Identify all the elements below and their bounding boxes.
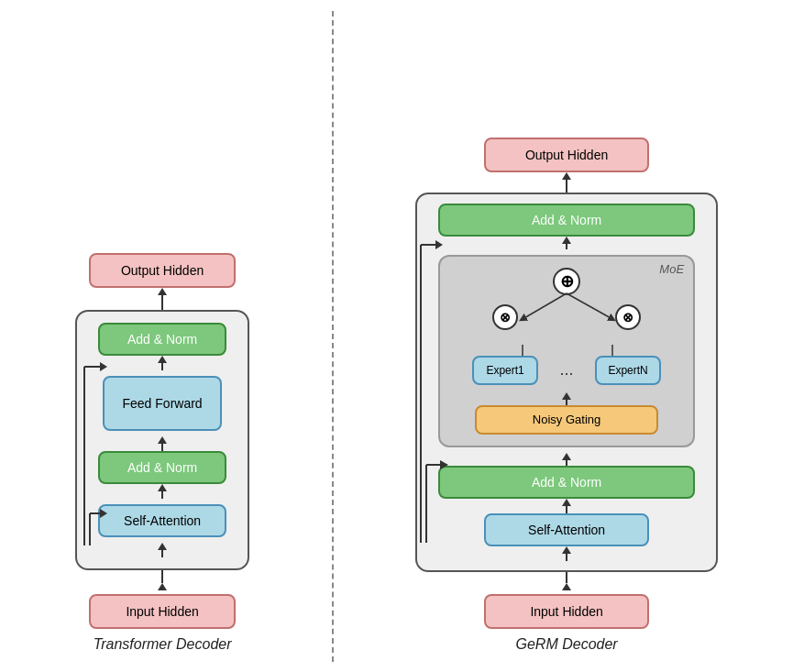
input-hidden-left-label: Input Hidden — [126, 604, 198, 619]
expert1-label: Expert1 — [486, 364, 523, 377]
expert1-box: Expert1 — [472, 356, 538, 385]
moe-label: MoE — [659, 262, 684, 276]
add-norm-top-right: Add & Norm — [438, 204, 695, 237]
add-norm-top-right-label: Add & Norm — [532, 213, 601, 227]
arrow-r6 — [562, 572, 571, 590]
expertn-label: ExpertN — [608, 364, 647, 377]
self-attention-right: Self-Attention — [484, 513, 649, 546]
arrowhead-r6 — [562, 583, 571, 590]
arrow-r5 — [562, 546, 571, 561]
multiply-symbol-left: ⊗ — [500, 310, 511, 325]
add-norm-2-left: Add & Norm — [98, 451, 226, 484]
vline-6 — [161, 570, 163, 583]
arrowhead-2 — [158, 356, 167, 363]
diagram-container: Output Hidden Add & Norm — [3, 11, 791, 662]
arrow-2 — [158, 356, 167, 370]
feed-forward-label: Feed Forward — [123, 396, 203, 411]
dots-label: ... — [560, 360, 574, 380]
right-outer-container: Add & Norm MoE ⊕ — [415, 193, 718, 572]
self-attention-left: Self-Attention — [98, 504, 226, 537]
arrowhead-r3 — [562, 453, 571, 460]
self-attention-right-label: Self-Attention — [528, 523, 605, 537]
right-panel: Output Hidden Add & Norm MoE — [343, 11, 791, 662]
arrowhead-r-noisy — [562, 392, 571, 400]
multiply-symbol-right: ⊗ — [622, 310, 633, 325]
arrowhead-3 — [158, 436, 167, 444]
add-norm-bottom-right: Add & Norm — [438, 466, 695, 499]
vline-4 — [161, 491, 163, 499]
sum-symbol: ⊕ — [560, 271, 574, 292]
multiply-circle-right: ⊗ — [615, 304, 641, 330]
vline-r5 — [566, 554, 567, 561]
arrowhead-6 — [158, 583, 167, 590]
sum-circle: ⊕ — [553, 268, 580, 295]
vline-5 — [161, 550, 163, 557]
arrow-r3 — [562, 453, 571, 466]
arrowhead-r2 — [562, 237, 571, 244]
add-norm-bottom-right-label: Add & Norm — [532, 475, 601, 490]
svg-marker-5 — [100, 362, 107, 371]
input-hidden-right-label: Input Hidden — [530, 604, 602, 619]
feed-forward: Feed Forward — [103, 376, 222, 431]
svg-marker-15 — [435, 240, 443, 249]
self-attention-left-label: Self-Attention — [124, 513, 201, 528]
vline-r-noisy — [566, 400, 567, 405]
arrow-output-left — [158, 288, 167, 310]
vline-r6 — [566, 572, 567, 583]
right-stack: Output Hidden Add & Norm MoE — [411, 138, 722, 629]
arrow-5 — [158, 543, 167, 557]
vline-1 — [161, 295, 163, 310]
left-stack: Output Hidden Add & Norm — [71, 253, 254, 629]
input-hidden-left: Input Hidden — [89, 594, 236, 629]
add-norm-1-left-label: Add & Norm — [127, 332, 197, 347]
vline-r2 — [566, 244, 567, 249]
arrow-r1 — [562, 172, 571, 193]
arrowhead-r5 — [562, 546, 571, 554]
arrowhead-r1 — [562, 172, 571, 180]
input-hidden-right: Input Hidden — [484, 594, 649, 629]
output-hidden-left: Output Hidden — [89, 253, 236, 288]
multiply-circle-left: ⊗ — [492, 304, 518, 330]
arrow-r2 — [562, 237, 571, 249]
noisy-gating-label: Noisy Gating — [533, 413, 600, 426]
vline-r1 — [566, 180, 567, 193]
output-hidden-right: Output Hidden — [484, 138, 649, 172]
arrow-6 — [158, 570, 167, 590]
arrowhead-5 — [158, 543, 167, 550]
arrowhead-r4 — [562, 499, 571, 506]
moe-box: MoE ⊕ — [438, 255, 695, 447]
arrow-r4 — [562, 499, 571, 513]
arrow-3 — [158, 436, 167, 451]
output-hidden-right-label: Output Hidden — [525, 148, 608, 162]
arrow-r-noisy — [562, 392, 571, 405]
arrowhead-4 — [158, 484, 167, 491]
expertn-box: ExpertN — [595, 356, 661, 385]
add-norm-2-left-label: Add & Norm — [127, 460, 197, 475]
left-panel: Output Hidden Add & Norm — [3, 11, 323, 662]
arrowhead-1 — [158, 288, 167, 295]
left-panel-label: Transformer Decoder — [94, 636, 232, 653]
left-main-container: Add & Norm Feed Forward Add & Norm — [75, 310, 249, 570]
right-panel-label: GeRM Decoder — [516, 636, 618, 653]
vline-r4 — [566, 506, 567, 513]
moe-graph-area: ⊕ — [451, 268, 682, 435]
vline-2 — [161, 363, 163, 370]
vline-r3 — [566, 460, 567, 466]
noisy-gating-box: Noisy Gating — [475, 405, 658, 435]
panel-divider — [332, 11, 334, 662]
arrow-4 — [158, 484, 167, 499]
vline-3 — [161, 444, 163, 451]
output-hidden-left-label: Output Hidden — [121, 263, 204, 278]
add-norm-1-left: Add & Norm — [98, 323, 226, 356]
